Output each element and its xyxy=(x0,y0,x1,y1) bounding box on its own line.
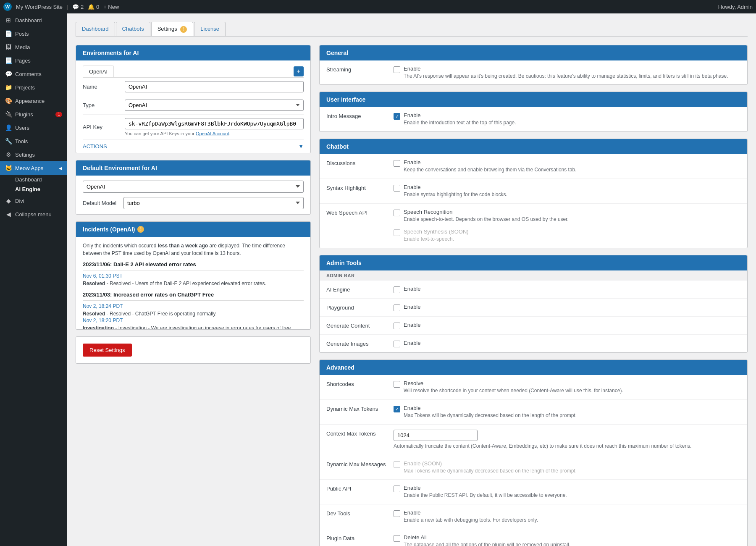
sidebar-item-meow-apps[interactable]: 🐱 Meow Apps ◀ xyxy=(0,161,67,175)
default-env-select[interactable]: OpenAI xyxy=(83,181,304,193)
shortcodes-row: Shortcodes Resolve Will resolve the shor… xyxy=(320,375,747,400)
sidebar-item-comments[interactable]: 💬 Comments xyxy=(0,67,67,81)
tab-license[interactable]: License xyxy=(194,22,226,36)
default-model-select[interactable]: turbo gpt-4 gpt-3.5-turbo xyxy=(123,197,304,209)
dynamic-max-messages-control: Enable (SOON) Max Tokens will be dynamic… xyxy=(394,460,740,475)
playground-row: Playground Enable xyxy=(320,299,747,317)
context-max-tokens-label: Context Max Tokens xyxy=(326,430,394,437)
public-api-row: Public API Enable Enable the Public REST… xyxy=(320,480,747,504)
reset-settings-button[interactable]: Reset Settings xyxy=(83,344,132,357)
incidents-section: Incidents (OpenAI) ! Only the incidents … xyxy=(76,221,311,330)
sidebar-item-divi[interactable]: ◆ Divi xyxy=(0,194,67,207)
main-content: Dashboard Chatbots Settings ! License En… xyxy=(67,13,756,546)
incident-timestamp-2: Nov 2, 18:24 PDT xyxy=(83,303,304,309)
dynamic-max-messages-enable: Enable (SOON) xyxy=(404,460,740,467)
top-bar-comments[interactable]: 💬 2 xyxy=(72,4,84,10)
top-bar-new[interactable]: + New xyxy=(103,4,119,10)
sidebar-item-users[interactable]: 👤 Users xyxy=(0,121,67,134)
generate-images-enable: Enable xyxy=(404,340,420,346)
right-column: General Streaming Enable The AI's respon… xyxy=(319,45,748,546)
top-bar-left: W My WordPress Site | 💬 2 🔔 0 + New xyxy=(3,3,713,11)
sidebar-sub-ai-engine[interactable]: AI Engine xyxy=(0,184,67,194)
generate-content-control: Enable xyxy=(394,322,740,329)
intro-desc: Enable the introduction text at the top … xyxy=(404,120,516,126)
sidebar: ⊞ Dashboard 📄 Posts 🖼 Media 📃 Pages 💬 Co… xyxy=(0,13,67,546)
playground-checkbox[interactable] xyxy=(394,304,400,311)
add-env-button[interactable]: + xyxy=(294,66,304,76)
generate-content-label: Generate Content xyxy=(326,322,394,329)
generate-images-checkbox[interactable] xyxy=(394,341,400,347)
synthesis-desc: Enable text-to-speech. xyxy=(404,236,454,242)
sidebar-item-label: Appearance xyxy=(15,98,45,104)
dynamic-max-messages-desc: Max Tokens will be dynamically decreased… xyxy=(404,468,577,474)
projects-icon: 📁 xyxy=(5,84,12,91)
plugin-data-checkbox[interactable] xyxy=(394,535,400,542)
incident-desc-2: Resolved - Resolved - ChatGPT Free is op… xyxy=(83,310,304,318)
api-key-input[interactable] xyxy=(125,118,304,129)
shortcodes-checkbox[interactable] xyxy=(394,381,400,388)
generate-content-checkbox[interactable] xyxy=(394,323,400,329)
public-api-enable: Enable xyxy=(404,485,740,491)
public-api-checkbox[interactable] xyxy=(394,486,400,492)
sidebar-item-tools[interactable]: 🔧 Tools xyxy=(0,134,67,148)
tab-dashboard[interactable]: Dashboard xyxy=(76,22,115,36)
incident-timestamp-1: Nov 6, 01:30 PST xyxy=(83,273,304,279)
dynamic-max-messages-checkbox[interactable] xyxy=(394,461,400,468)
type-label: Type xyxy=(83,102,125,108)
sidebar-item-label: Projects xyxy=(15,84,35,91)
sidebar-item-dashboard[interactable]: ⊞ Dashboard xyxy=(0,13,67,27)
left-column: Environments for AI OpenAI + Name xyxy=(76,45,311,546)
dev-tools-label: Dev Tools xyxy=(326,509,394,517)
generate-images-label: Generate Images xyxy=(326,340,394,347)
sidebar-item-collapse[interactable]: ◀ Collapse menu xyxy=(0,207,67,221)
tab-chatbots[interactable]: Chatbots xyxy=(116,22,150,36)
sidebar-item-label: Dashboard xyxy=(15,17,42,24)
incidents-info-icon[interactable]: ! xyxy=(137,226,144,233)
synthesis-checkbox[interactable] xyxy=(394,229,400,236)
sidebar-item-plugins[interactable]: 🔌 Plugins 1 xyxy=(0,108,67,121)
openai-account-link[interactable]: OpenAI Account xyxy=(196,131,229,136)
top-bar-site[interactable]: My WordPress Site xyxy=(16,4,63,10)
dev-tools-checkbox[interactable] xyxy=(394,510,400,517)
sidebar-sub-dashboard[interactable]: Dashboard xyxy=(0,175,67,184)
syntax-control: Enable Enable syntax highlighting for th… xyxy=(394,184,740,198)
tab-settings[interactable]: Settings ! xyxy=(151,22,194,36)
speech-label: Web Speech API xyxy=(326,209,394,216)
sidebar-item-appearance[interactable]: 🎨 Appearance xyxy=(0,94,67,108)
sidebar-item-projects[interactable]: 📁 Projects xyxy=(0,81,67,94)
dynamic-max-tokens-label: Dynamic Max Tokens xyxy=(326,405,394,412)
sidebar-item-label: Plugins xyxy=(15,111,33,118)
sidebar-item-label: Divi xyxy=(15,198,24,204)
type-select[interactable]: OpenAI Azure Custom xyxy=(125,100,304,111)
speech-desc: Enable speech-to-text. Depends on the br… xyxy=(404,216,569,222)
context-max-tokens-input[interactable] xyxy=(394,430,478,441)
incidents-title: Incidents (OpenAI) ! xyxy=(76,222,310,237)
top-bar-updates[interactable]: 🔔 0 xyxy=(88,4,99,10)
ai-engine-admin-checkbox[interactable] xyxy=(394,286,400,293)
name-input[interactable] xyxy=(125,81,304,92)
actions-row[interactable]: ACTIONS ▼ xyxy=(83,140,304,153)
speech-checkbox[interactable] xyxy=(394,210,400,216)
intro-message-checkbox[interactable] xyxy=(394,113,400,120)
reset-section: Reset Settings xyxy=(76,336,311,364)
sidebar-item-posts[interactable]: 📄 Posts xyxy=(0,27,67,40)
default-env-content: OpenAI Default Model turbo gpt-4 gpt-3.5… xyxy=(76,176,310,214)
tabs-bar: Dashboard Chatbots Settings ! License xyxy=(76,22,748,37)
discussions-text: Enable Keep the conversations and enable… xyxy=(404,159,740,173)
collapse-icon: ◀ xyxy=(5,211,12,218)
sidebar-item-label: Comments xyxy=(15,71,42,77)
sidebar-item-media[interactable]: 🖼 Media xyxy=(0,40,67,54)
speech-row: Web Speech API Speech Recognition Enable… xyxy=(320,204,747,248)
env-tab-openai[interactable]: OpenAI xyxy=(83,66,114,77)
sidebar-item-settings[interactable]: ⚙ Settings xyxy=(0,148,67,161)
sidebar-item-label: Media xyxy=(15,44,30,50)
sidebar-item-pages[interactable]: 📃 Pages xyxy=(0,54,67,67)
syntax-checkbox[interactable] xyxy=(394,185,400,192)
user-interface-section: User Interface Intro Message Enable Enab… xyxy=(319,92,748,132)
dynamic-max-messages-row: Dynamic Max Messages Enable (SOON) Max T… xyxy=(320,455,747,480)
discussions-checkbox[interactable] xyxy=(394,160,400,167)
comments-icon: 💬 xyxy=(5,71,12,77)
sidebar-item-label: Settings xyxy=(15,152,35,158)
streaming-checkbox[interactable] xyxy=(394,66,400,73)
dynamic-max-tokens-checkbox[interactable] xyxy=(394,406,400,412)
